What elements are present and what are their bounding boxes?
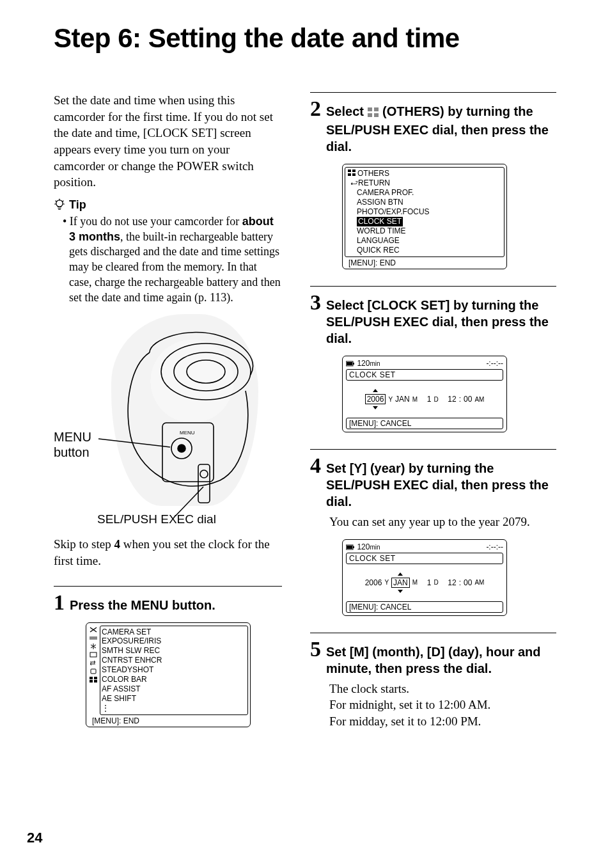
svg-rect-15: [90, 677, 93, 679]
svg-point-9: [200, 470, 208, 478]
separator: [310, 286, 556, 287]
svg-rect-22: [374, 113, 379, 117]
camera-cat-icon: [89, 626, 98, 633]
svg-line-10: [98, 439, 170, 447]
sel-push-exec-label: SEL/PUSH EXEC dial: [97, 512, 216, 526]
menu-button-label: MENU button: [54, 429, 91, 460]
svg-rect-23: [348, 170, 351, 172]
svg-rect-31: [353, 546, 354, 548]
lcd2-highlight: CLOCK SET: [357, 217, 403, 226]
others-header-icon: [348, 169, 356, 178]
step-3-text: Select [CLOCK SET] by turning the SEL/PU…: [326, 293, 556, 347]
svg-rect-17: [90, 680, 93, 683]
arrows-cat-icon: [89, 659, 98, 667]
step-2: 2 Select (OTHERS) by turning the SEL/PUS…: [310, 99, 556, 269]
lcd-clockset-1: 120min -:--:-- CLOCK SET 2006 Y JAN M: [342, 356, 507, 432]
lcd4-date-row: 2006 Y JAN M 1 D 12:00 AM: [365, 578, 485, 588]
separator: [310, 449, 556, 450]
step-4-body: You can set any year up to the year 2079…: [329, 514, 556, 530]
step-1-number: 1: [54, 592, 65, 613]
step-4-number: 4: [310, 455, 321, 477]
step-1-text: Press the MENU button.: [70, 593, 215, 613]
camera-svg: MENU: [54, 314, 258, 528]
tip-body: • If you do not use your camcorder for a…: [63, 214, 282, 306]
svg-rect-14: [91, 669, 96, 674]
step-2-text: Select (OTHERS) by turning the SEL/PUSH …: [326, 99, 556, 155]
lcd4-title: CLOCK SET: [346, 553, 503, 564]
time-placeholder: -:--:--: [486, 542, 503, 551]
step-4-text: Set [Y] (year) by turning the SEL/PUSH E…: [326, 456, 556, 510]
svg-rect-12: [90, 636, 97, 640]
lcd4-footer: [MENU]: CANCEL: [346, 601, 503, 613]
page-number: 24: [27, 830, 42, 846]
inout-cat-icon: [89, 651, 98, 658]
month-field: JAN: [391, 578, 410, 588]
svg-rect-24: [352, 170, 356, 172]
skip-note: Skip to step 4 when you set the clock fo…: [54, 536, 282, 569]
svg-rect-13: [90, 652, 97, 657]
skip-a: Skip to step: [54, 537, 114, 551]
lcd1-header: CAMERA SET: [102, 627, 151, 636]
step-3-number: 3: [310, 292, 321, 313]
svg-rect-29: [347, 362, 352, 365]
others-cat-icon: [89, 676, 98, 683]
svg-rect-28: [353, 363, 354, 365]
lcd1-footer: [MENU]: END: [88, 716, 248, 725]
step-3: 3 Select [CLOCK SET] by turning the SEL/…: [310, 293, 556, 432]
svg-point-0: [56, 200, 63, 207]
lcd3-date-row: 2006 Y JAN M 1 D 12:00 AM: [365, 394, 485, 404]
intro-paragraph: Set the date and time when using this ca…: [54, 92, 282, 191]
step-5-body: The clock starts. For midnight, set it t…: [329, 681, 556, 730]
skip-step-num: 4: [114, 537, 120, 551]
battery-indicator: 120min: [346, 542, 380, 551]
separator: [310, 633, 556, 633]
step-5-number: 5: [310, 638, 321, 660]
lcd-camera-menu: CAMERA SET EXPOSURE/IRIS SMTH SLW REC CN…: [86, 622, 251, 727]
lcd-clockset-2: 120min -:--:-- CLOCK SET 2006 Y JAN M: [342, 539, 507, 616]
tip-text-a: If you do not use your camcorder for: [70, 215, 242, 228]
svg-point-6: [178, 445, 185, 452]
tip-bullet: •: [63, 215, 66, 228]
camera-illustration: MENU MENU button SEL/PUSH EXEC dial: [54, 314, 258, 528]
svg-rect-21: [368, 113, 372, 117]
time-placeholder: -:--:--: [486, 359, 503, 368]
display-cat-icon: [89, 643, 98, 650]
svg-rect-16: [94, 677, 97, 679]
lcd1-items: EXPOSURE/IRIS SMTH SLW REC CNTRST ENHCR …: [102, 636, 246, 713]
svg-rect-25: [348, 173, 351, 176]
svg-text:MENU: MENU: [180, 430, 195, 436]
step-5-text: Set [M] (month), [D] (day), hour and min…: [326, 640, 556, 677]
svg-rect-19: [368, 107, 372, 111]
tip-bulb-icon: [54, 198, 65, 211]
separator: [310, 92, 556, 93]
lcd3-title: CLOCK SET: [346, 369, 503, 381]
memory-cat-icon: [89, 668, 98, 675]
year-field: 2006: [365, 394, 386, 404]
step-1: 1 Press the MENU button.: [54, 593, 282, 727]
svg-rect-20: [374, 107, 379, 111]
svg-point-2: [174, 352, 238, 391]
svg-rect-18: [94, 680, 97, 683]
svg-point-3: [187, 360, 225, 383]
svg-rect-32: [347, 546, 352, 549]
svg-rect-26: [352, 173, 356, 176]
lcd2-header: OTHERS: [357, 169, 389, 178]
lcd2-footer: [MENU]: END: [345, 258, 504, 267]
menu-category-icons: [89, 626, 98, 683]
lcd2-items: ⮐RETURN CAMERA PROF. ASSIGN BTN PHOTO/EX…: [357, 178, 501, 255]
step-5: 5 Set [M] (month), [D] (day), hour and m…: [310, 640, 556, 730]
tip-label: Tip: [69, 198, 86, 212]
step-4: 4 Set [Y] (year) by turning the SEL/PUSH…: [310, 456, 556, 616]
separator: [54, 586, 282, 587]
step-2-number: 2: [310, 98, 321, 120]
lcd3-footer: [MENU]: CANCEL: [346, 418, 503, 429]
lcd-others-menu: OTHERS ⮐RETURN CAMERA PROF. ASSIGN BTN P…: [342, 164, 507, 269]
others-icon: [368, 105, 379, 122]
audio-cat-icon: [89, 635, 98, 642]
battery-indicator: 120min: [346, 359, 380, 368]
page-title: Step 6: Setting the date and time: [54, 23, 556, 54]
